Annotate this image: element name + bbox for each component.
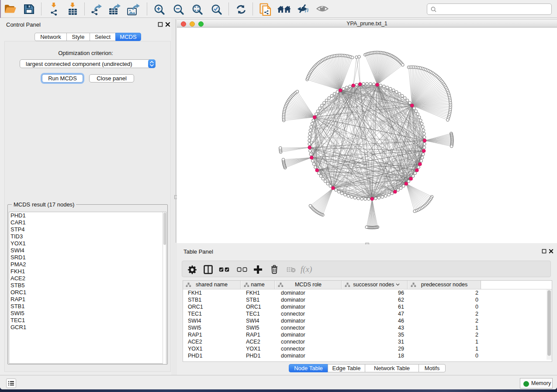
svg-text:f(x): f(x) — [301, 265, 312, 274]
